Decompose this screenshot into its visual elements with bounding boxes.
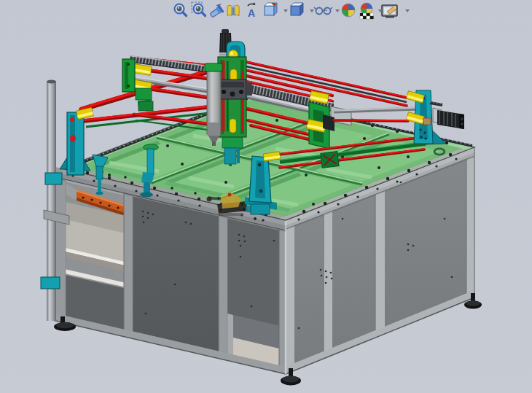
svg-text:A: A: [248, 7, 255, 19]
